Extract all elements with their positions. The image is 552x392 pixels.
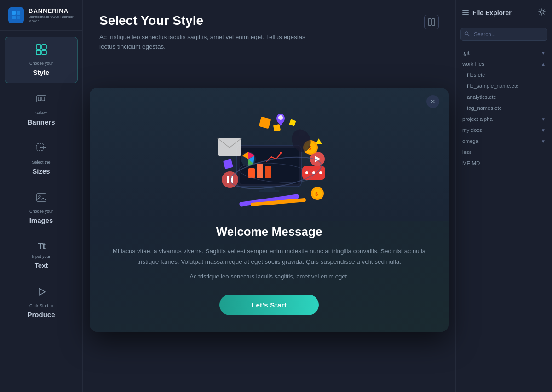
sidebar-item-style[interactable]: Choose your Style [5, 37, 78, 83]
file-explorer-title-row: File Explorer [462, 9, 512, 17]
modal-close-button[interactable]: ✕ [426, 95, 439, 108]
sidebar-item-produce[interactable]: Click Start to Produce [5, 279, 78, 325]
svg-rect-22 [265, 166, 271, 178]
svg-rect-31 [289, 119, 296, 126]
images-icon [35, 192, 47, 206]
file-explorer-panel: File Explorer .git ▼ work files ▲ files.… [455, 0, 552, 392]
chevron-down-icon: ▼ [541, 51, 546, 56]
logo-area: BANNERINA Bannerina is YOUR Banner Maker [0, 0, 82, 31]
produce-label-main: Produce [27, 311, 55, 318]
close-icon: ✕ [430, 98, 436, 105]
list-item[interactable]: ME.MD [456, 158, 552, 169]
list-item[interactable]: tag_names.etc [456, 102, 552, 114]
logo-icon [8, 7, 24, 23]
svg-rect-1 [17, 11, 20, 15]
svg-rect-58 [462, 14, 469, 15]
svg-rect-17 [432, 19, 435, 25]
svg-point-14 [39, 195, 40, 197]
hero-illustration: $ $ [196, 95, 343, 214]
svg-rect-9 [38, 97, 41, 101]
list-item[interactable]: my docs ▼ [456, 125, 552, 136]
sizes-label-top: Select the [32, 160, 50, 165]
produce-icon [35, 286, 47, 301]
images-label-top: Choose your [29, 209, 53, 214]
hamburger-icon [462, 9, 469, 17]
svg-rect-21 [257, 164, 263, 178]
svg-rect-10 [42, 97, 45, 101]
modal-title: Welcome Message [112, 225, 426, 239]
svg-point-59 [540, 11, 543, 13]
svg-rect-5 [42, 45, 46, 49]
svg-rect-12 [40, 147, 46, 153]
page-title: Select Your Style [99, 13, 305, 28]
svg-rect-7 [42, 50, 46, 55]
list-item[interactable]: less [456, 147, 552, 158]
svg-rect-3 [17, 16, 20, 19]
svg-point-39 [305, 171, 308, 174]
list-item[interactable]: file_sample_name.etc [456, 80, 552, 91]
modal-overlay: ✕ [83, 28, 455, 392]
sizes-label-main: Sizes [32, 167, 50, 175]
text-icon: Tt [38, 241, 45, 251]
chevron-down-icon: ▼ [541, 128, 546, 133]
nav-items: Choose your Style Select Banners [0, 31, 82, 331]
sidebar-item-text[interactable]: Tt Input your Text [5, 234, 78, 276]
main-area: Select Your Style Ac tristique leo senec… [83, 0, 455, 392]
images-label-main: Images [29, 216, 53, 224]
svg-rect-4 [36, 45, 41, 49]
modal-dialog: ✕ [90, 88, 448, 332]
svg-rect-57 [462, 12, 469, 13]
sidebar-item-sizes[interactable]: Select the Sizes [5, 136, 78, 182]
list-item[interactable]: project alpha ▼ [456, 114, 552, 125]
sidebar: BANNERINA Bannerina is YOUR Banner Maker… [0, 0, 83, 392]
svg-rect-16 [428, 19, 431, 25]
gear-icon[interactable] [538, 8, 546, 17]
app-name: BANNERINA [29, 7, 74, 14]
file-list: .git ▼ work files ▲ files.etc file_sampl… [456, 45, 552, 392]
search-input[interactable] [460, 28, 547, 41]
banners-icon [35, 93, 47, 108]
svg-rect-6 [36, 50, 41, 55]
modal-desc2: Ac tristique leo senectus iaculis sagitt… [112, 272, 426, 282]
svg-rect-32 [223, 159, 233, 169]
file-explorer-header: File Explorer [456, 0, 552, 23]
app-tagline: Bannerina is YOUR Banner Maker [29, 15, 74, 23]
svg-line-61 [468, 34, 469, 36]
sidebar-item-banners[interactable]: Select Banners [5, 87, 78, 132]
search-box [460, 28, 547, 41]
produce-label-top: Click Start to [29, 303, 53, 308]
svg-rect-28 [259, 117, 271, 129]
svg-rect-0 [12, 11, 16, 15]
text-label-main: Text [34, 261, 48, 269]
svg-marker-15 [39, 288, 45, 295]
svg-rect-56 [462, 10, 469, 11]
svg-rect-36 [227, 176, 229, 183]
list-item[interactable]: files.etc [456, 69, 552, 80]
logo-text: BANNERINA Bannerina is YOUR Banner Maker [29, 7, 74, 23]
svg-rect-13 [37, 194, 46, 201]
list-item[interactable]: omega ▼ [456, 136, 552, 147]
svg-point-49 [278, 115, 283, 120]
svg-rect-2 [12, 16, 16, 19]
svg-text:$: $ [315, 191, 318, 197]
lets-start-button[interactable]: Let's Start [219, 295, 319, 315]
svg-point-41 [319, 171, 322, 174]
list-item[interactable]: work files ▲ [456, 58, 552, 69]
modal-desc: Mi lacus vitae, a vivamus viverra. Sagit… [112, 246, 426, 267]
chevron-down-icon: ▼ [541, 139, 546, 144]
sizes-icon [35, 142, 47, 157]
modal-illustration: $ $ [90, 88, 448, 221]
style-label-top: Choose your [29, 61, 53, 66]
sidebar-item-images[interactable]: Choose your Images [5, 185, 78, 231]
file-explorer-title: File Explorer [472, 9, 512, 17]
chevron-down-icon: ▼ [541, 117, 546, 122]
svg-rect-26 [259, 190, 279, 192]
svg-rect-29 [273, 124, 281, 131]
text-label-top: Input your [32, 254, 50, 259]
banners-label-main: Banners [27, 118, 55, 126]
list-item[interactable]: .git ▼ [456, 47, 552, 58]
search-icon [464, 31, 470, 38]
list-item[interactable]: analytics.etc [456, 91, 552, 102]
banners-label-top: Select [35, 111, 47, 115]
style-label-main: Style [33, 68, 50, 76]
